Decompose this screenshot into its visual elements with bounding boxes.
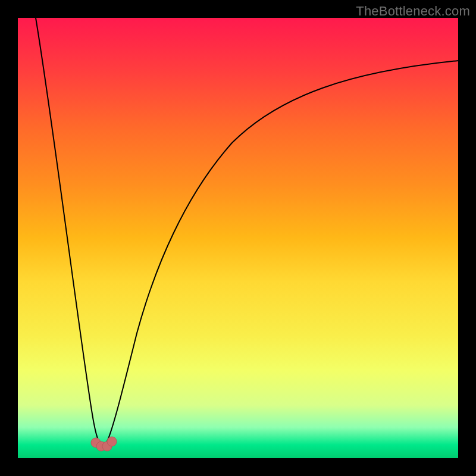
minimum-marker [91,437,117,451]
watermark-text: TheBottleneck.com [356,4,470,19]
svg-point-3 [107,437,117,446]
chart-plot-area [18,18,458,458]
curve-left-branch [36,18,99,441]
bottleneck-curve [18,18,458,458]
curve-right-branch [107,61,458,441]
